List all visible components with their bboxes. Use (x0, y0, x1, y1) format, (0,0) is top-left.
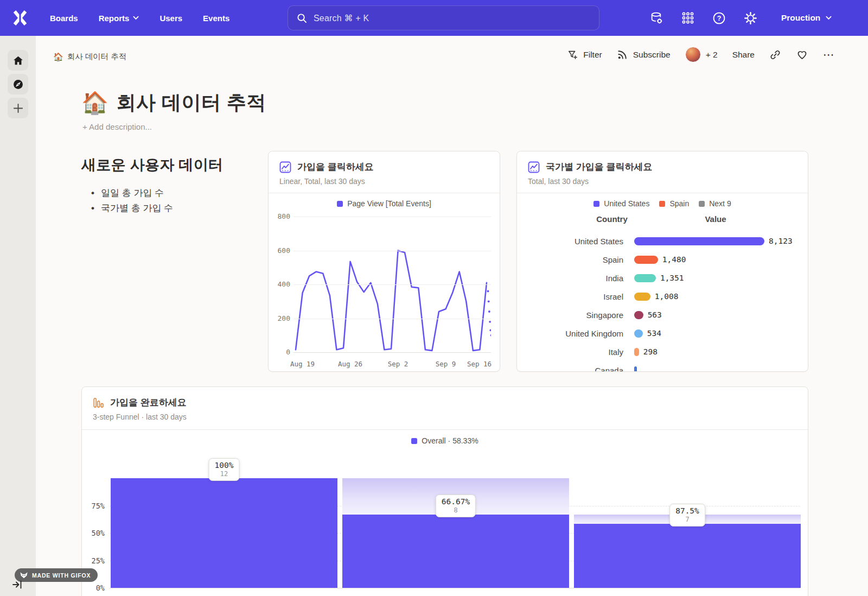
add-description-button[interactable]: + Add description... (82, 122, 152, 131)
table-row[interactable]: Singapore563 (517, 306, 808, 324)
country-chart-card-header: 국가별 가입을 클릭하세요 Total, last 30 days (517, 151, 808, 186)
funnel-chart-card[interactable]: 가입을 완료하세요 3-step Funnel · last 30 days O… (81, 386, 808, 596)
country-bar (634, 237, 764, 245)
settings-gear-icon[interactable] (744, 11, 757, 25)
y-tick-label: 0 (271, 348, 290, 356)
apps-grid-icon[interactable] (681, 11, 694, 24)
search-input[interactable]: Search ⌘ + K (288, 5, 599, 30)
list-item: •국가별 총 가입 수 (91, 201, 265, 216)
card-title-text: 가입을 클릭하세요 (297, 161, 374, 173)
country-bar (634, 256, 658, 264)
nav-item-events[interactable]: Events (203, 14, 229, 23)
nav-item-users[interactable]: Users (159, 14, 182, 23)
more-options-button[interactable]: ⋯ (823, 52, 834, 58)
search-placeholder: Search ⌘ + K (314, 13, 369, 23)
funnel-legend[interactable]: Overall · 58.33% (82, 436, 808, 445)
projected-point (489, 321, 491, 323)
rss-icon (617, 49, 628, 60)
table-row[interactable]: United Kingdom534 (517, 324, 808, 343)
card-title-text: 국가별 가입을 클릭하세요 (546, 161, 652, 173)
x-tick-label: Sep 9 (436, 360, 456, 368)
project-switcher[interactable]: Prouction (781, 0, 832, 36)
chevron-down-icon (133, 16, 139, 20)
legend-swatch (593, 201, 599, 207)
projected-point (488, 310, 490, 313)
legend-item[interactable]: Spain (659, 199, 689, 208)
table-row[interactable]: Spain1,480 (517, 250, 808, 269)
fox-icon (20, 572, 28, 579)
list-item: •일일 총 가입 수 (91, 186, 265, 201)
gridline (293, 217, 491, 217)
table-row[interactable]: Italy298 (517, 343, 808, 361)
line-chart-plot[interactable] (293, 215, 491, 356)
country-chart-card[interactable]: 국가별 가입을 클릭하세요 Total, last 30 days United… (516, 151, 808, 372)
line-chart-legend[interactable]: Page View [Total Events] (269, 199, 500, 208)
projected-point (489, 329, 491, 332)
text-card-heading: 새로운 사용자 데이터 (81, 155, 266, 175)
country-label: Israel (517, 292, 623, 301)
help-icon[interactable]: ? (712, 11, 726, 25)
funnel-bar[interactable] (574, 524, 801, 588)
gridline (293, 251, 491, 251)
gifox-watermark: MADE WITH GIFOX (15, 568, 98, 582)
table-row[interactable]: India1,351 (517, 269, 808, 287)
table-row[interactable]: United States8,123 (517, 232, 808, 250)
y-tick-label: 800 (271, 212, 290, 220)
funnel-step-label: 66.67%8 (436, 494, 476, 517)
sidebar-boards-button[interactable] (8, 74, 28, 94)
country-bar (634, 366, 637, 372)
country-value: 563 (648, 310, 662, 319)
country-chart-legend[interactable]: United StatesSpainNext 9 (517, 199, 808, 208)
legend-item[interactable]: United States (593, 199, 649, 208)
nav-item-boards[interactable]: Boards (50, 14, 78, 23)
breadcrumb-home-emoji: 🏠 (53, 52, 63, 62)
gridline (109, 588, 800, 588)
copy-link-icon[interactable] (769, 49, 781, 61)
legend-label: Spain (669, 199, 689, 208)
country-label: Singapore (517, 310, 623, 320)
legend-swatch (699, 201, 705, 207)
table-row[interactable]: Canada (517, 361, 808, 372)
conversion-rate: 66.67% (442, 497, 470, 506)
sidebar-add-button[interactable] (8, 98, 28, 118)
sidebar-home-button[interactable] (8, 50, 28, 71)
gifox-label: MADE WITH GIFOX (32, 572, 91, 579)
funnel-bar[interactable] (342, 515, 569, 588)
line-series[interactable] (293, 215, 491, 356)
x-tick-label: Sep 16 (467, 360, 492, 368)
projected-point (488, 300, 490, 302)
sidebar-collapse-icon[interactable] (12, 580, 23, 589)
country-label: India (517, 274, 623, 283)
country-bar (634, 274, 656, 282)
svg-text:?: ? (717, 14, 722, 22)
country-bar (634, 329, 643, 338)
filter-funnel-icon (567, 49, 578, 60)
subscribe-button[interactable]: Subscribe (617, 49, 671, 60)
step-count: 12 (215, 470, 234, 478)
funnel-bar[interactable] (111, 478, 337, 588)
line-chart-card[interactable]: 가입을 클릭하세요 Linear, Total, last 30 days Pa… (268, 151, 500, 372)
y-tick-label: 0% (85, 584, 105, 592)
step-count: 8 (442, 506, 470, 514)
sidebar (0, 36, 36, 596)
collaborators[interactable]: + 2 (685, 47, 718, 62)
funnel-step-label: 100%12 (209, 458, 240, 481)
legend-label: Page View [Total Events] (347, 199, 431, 208)
filter-button[interactable]: Filter (567, 49, 602, 60)
nav-item-reports[interactable]: Reports (99, 14, 139, 23)
favorite-heart-icon[interactable] (796, 48, 808, 61)
divider (269, 193, 500, 193)
share-button[interactable]: Share (732, 50, 755, 60)
breadcrumb[interactable]: 🏠 회사 데이터 추적 (53, 52, 126, 62)
mixpanel-logo-icon[interactable] (12, 10, 28, 26)
legend-item[interactable]: Next 9 (699, 199, 731, 208)
country-bar (634, 311, 643, 319)
y-tick-label: 400 (271, 280, 290, 288)
funnel-bars-icon (93, 397, 104, 409)
table-row[interactable]: Israel1,008 (517, 287, 808, 306)
y-tick-label: 200 (271, 314, 290, 322)
search-icon (297, 13, 307, 23)
data-management-icon[interactable] (650, 11, 663, 25)
conversion-rate: 100% (215, 461, 234, 470)
nav-menu: Boards Reports Users Events (50, 0, 229, 36)
